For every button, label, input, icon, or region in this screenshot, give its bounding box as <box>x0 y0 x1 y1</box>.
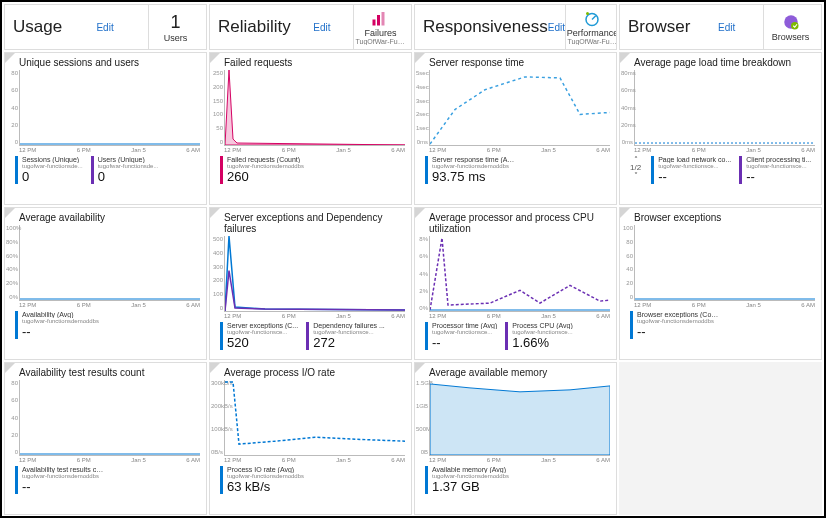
tile-browser-exceptions[interactable]: Browser exceptions10080604020012 PM6 PMJ… <box>619 207 822 360</box>
legend: Server exceptions (C...tugofwar-function… <box>220 322 405 350</box>
svg-line-4 <box>592 16 596 20</box>
chart-area[interactable]: 100%80%60%40%20%0% <box>19 225 200 301</box>
chart-area[interactable]: 300kB/s200kB/s100kB/s0B/s <box>224 380 405 456</box>
globe-icon <box>782 13 800 31</box>
y-axis: 100806040200 <box>621 225 635 300</box>
legend-item: Server response time (Avg)tugofwar-funct… <box>425 156 515 184</box>
pin-corner-icon <box>210 363 220 373</box>
y-axis: 5004003002001000 <box>211 236 225 311</box>
failures-sub: TugOfWar-Func... <box>355 38 405 45</box>
svg-marker-15 <box>430 384 610 455</box>
chart-area[interactable]: 250200150100500 <box>224 70 405 146</box>
users-count-box[interactable]: 1 Users <box>148 5 202 49</box>
chart-title: Average page load time breakdown <box>620 53 821 68</box>
legend: Processor time (Avg)tugofwar-functionsce… <box>425 322 610 350</box>
y-axis: 806040200 <box>6 70 20 145</box>
tile-server-response[interactable]: Server response time5sec4sec3sec2sec1sec… <box>414 52 617 205</box>
y-axis: 100%80%60%40%20%0% <box>6 225 20 300</box>
y-axis: 300kB/s200kB/s100kB/s0B/s <box>211 380 225 455</box>
svg-rect-0 <box>373 20 376 26</box>
tile-empty <box>619 362 822 515</box>
edit-responsiveness-link[interactable]: Edit <box>548 22 565 33</box>
header-browser: Browser Edit Browsers <box>619 4 822 50</box>
x-axis: 12 PM6 PMJan 56 AM <box>224 147 405 153</box>
y-axis: 250200150100500 <box>211 70 225 145</box>
chart-title: Failed requests <box>210 53 411 68</box>
chart-title: Average process I/O rate <box>210 363 411 378</box>
tile-availability[interactable]: Average availability100%80%60%40%20%0%12… <box>4 207 207 360</box>
svg-point-7 <box>791 22 799 30</box>
legend-pager[interactable]: ˄1/2˅ <box>630 156 641 180</box>
chart-area[interactable]: 5004003002001000 <box>224 236 405 312</box>
chart-svg <box>225 236 405 311</box>
performance-box[interactable]: Performance TugOfWar-Func... <box>565 5 617 49</box>
header-usage-title: Usage <box>9 17 62 37</box>
edit-usage-link[interactable]: Edit <box>96 22 113 33</box>
legend-item: Page load network co...tugofwar-function… <box>651 156 731 184</box>
legend: Available memory (Avg)tugofwar-functions… <box>425 466 610 494</box>
chart-title: Average available memory <box>415 363 616 378</box>
dashboard-grid: Usage Edit 1 Users Reliability Edit Fail… <box>2 2 824 516</box>
failures-box[interactable]: Failures TugOfWar-Func... <box>353 5 407 49</box>
users-count-label: Users <box>164 33 188 43</box>
tile-failed-requests[interactable]: Failed requests25020015010050012 PM6 PMJ… <box>209 52 412 205</box>
x-axis: 12 PM6 PMJan 56 AM <box>429 457 610 463</box>
pin-corner-icon <box>5 363 15 373</box>
tile-io-rate[interactable]: Average process I/O rate300kB/s200kB/s10… <box>209 362 412 515</box>
chart-area[interactable]: 8%6%4%2%0% <box>429 236 610 312</box>
x-axis: 12 PM6 PMJan 56 AM <box>224 457 405 463</box>
tile-exceptions[interactable]: Server exceptions and Dependency failure… <box>209 207 412 360</box>
failures-label: Failures <box>364 28 396 38</box>
x-axis: 12 PM6 PMJan 56 AM <box>19 147 200 153</box>
users-count-value: 1 <box>170 12 180 33</box>
svg-point-5 <box>586 12 589 15</box>
chart-area[interactable]: 1.5GB1GB500MB0B <box>429 380 610 456</box>
chart-svg <box>20 70 200 145</box>
x-axis: 12 PM6 PMJan 56 AM <box>634 302 815 308</box>
chart-title: Unique sessions and users <box>5 53 206 68</box>
pin-corner-icon <box>5 53 15 63</box>
legend-item: Availability (Avg)tugofwar-functionsdemo… <box>15 311 99 339</box>
legend-item: Process CPU (Avg)tugofwar-functionsce...… <box>505 322 573 350</box>
chart-title: Average availability <box>5 208 206 223</box>
pin-corner-icon <box>210 208 220 218</box>
legend-item: Client processing ti...tugofwar-function… <box>739 156 811 184</box>
legend: Failed requests (Count)tugofwar-function… <box>220 156 405 184</box>
header-browser-title: Browser <box>624 17 690 37</box>
edit-browser-link[interactable]: Edit <box>718 22 735 33</box>
y-axis: 1.5GB1GB500MB0B <box>416 380 430 455</box>
legend: Availability test results count (Count)t… <box>15 466 200 494</box>
legend-item: Sessions (Unique)tugofwar-functionsde...… <box>15 156 83 184</box>
tile-sessions[interactable]: Unique sessions and users80604020012 PM6… <box>4 52 207 205</box>
chart-svg <box>225 70 405 145</box>
tile-available-memory[interactable]: Average available memory1.5GB1GB500MB0B1… <box>414 362 617 515</box>
browsers-label: Browsers <box>772 32 810 42</box>
legend-item: Server exceptions (C...tugofwar-function… <box>220 322 298 350</box>
performance-sub: TugOfWar-Func... <box>567 38 617 45</box>
svg-rect-1 <box>377 15 380 26</box>
chart-area[interactable]: 806040200 <box>19 380 200 456</box>
pin-corner-icon <box>415 363 425 373</box>
chart-area[interactable]: 5sec4sec3sec2sec1sec0ms <box>429 70 610 146</box>
chart-title: Availability test results count <box>5 363 206 378</box>
header-responsiveness: Responsiveness Edit Performance TugOfWar… <box>414 4 617 50</box>
edit-reliability-link[interactable]: Edit <box>313 22 330 33</box>
tile-page-load[interactable]: Average page load time breakdown80ms60ms… <box>619 52 822 205</box>
legend-item: Browser exceptions (Count)tugofwar-funct… <box>630 311 720 339</box>
pin-corner-icon <box>620 208 630 218</box>
chart-svg <box>20 225 200 300</box>
chart-area[interactable]: 80ms60ms40ms20ms0ms <box>634 70 815 146</box>
chart-svg <box>430 236 610 311</box>
browsers-box[interactable]: Browsers <box>763 5 817 49</box>
chart-area[interactable]: 100806040200 <box>634 225 815 301</box>
header-reliability-title: Reliability <box>214 17 291 37</box>
legend-item: Processor time (Avg)tugofwar-functionsce… <box>425 322 497 350</box>
tile-cpu[interactable]: Average processor and process CPU utiliz… <box>414 207 617 360</box>
chart-area[interactable]: 806040200 <box>19 70 200 146</box>
chart-title: Server response time <box>415 53 616 68</box>
tile-availability-tests[interactable]: Availability test results count806040200… <box>4 362 207 515</box>
chart-svg <box>20 380 200 455</box>
legend: Browser exceptions (Count)tugofwar-funct… <box>630 311 815 339</box>
chart-svg <box>430 70 610 145</box>
legend-item: Availability test results count (Count)t… <box>15 466 105 494</box>
